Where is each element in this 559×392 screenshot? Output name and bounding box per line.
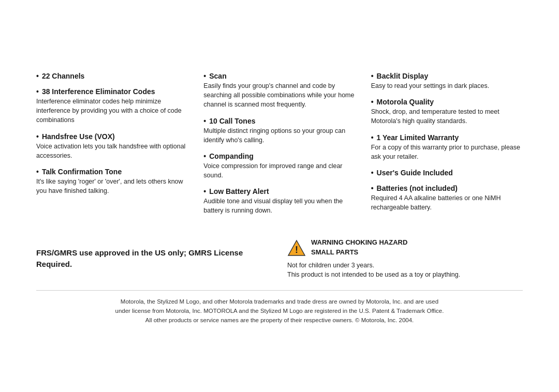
frs-notice-text: FRS/GMRS use approved in the US only; GM…: [36, 247, 272, 270]
bullet-icon: •: [371, 133, 374, 142]
feature-title-text: Low Battery Alert: [209, 187, 269, 195]
feature-interference: • 38 Interference Eliminator Codes Inter…: [36, 87, 188, 125]
feature-title-text: Companding: [209, 152, 254, 160]
feature-desc-text: Audible tone and visual display tell you…: [203, 197, 355, 215]
footer: Motorola, the Stylized M Logo, and other…: [36, 290, 523, 325]
warning-title-text: WARNING CHOKING HAZARD SMALL PARTS: [311, 238, 407, 257]
main-content: • 22 Channels • 38 Interference Eliminat…: [36, 72, 523, 222]
bullet-icon: •: [36, 132, 39, 141]
feature-title-text: 1 Year Limited Warranty: [377, 133, 459, 142]
feature-title-text: 10 Call Tones: [209, 117, 255, 125]
column-1: • 22 Channels • 38 Interference Eliminat…: [36, 72, 188, 222]
feature-vox: • Handsfree Use (VOX) Voice activation l…: [36, 132, 188, 160]
bullet-icon: •: [371, 98, 374, 106]
feature-title-text: Motorola Quality: [377, 98, 434, 106]
feature-motorola-quality: • Motorola Quality Shock, drop, and temp…: [371, 98, 523, 126]
feature-desc-text: Voice compression for improved range and…: [203, 161, 355, 180]
warning-desc-text: Not for children under 3 years. This pro…: [287, 261, 523, 279]
feature-title-text: Backlit Display: [377, 72, 429, 80]
warning-header: ! WARNING CHOKING HAZARD SMALL PARTS: [287, 238, 523, 258]
page-container: • 22 Channels • 38 Interference Eliminat…: [26, 56, 533, 336]
bullet-icon: •: [371, 169, 374, 177]
feature-users-guide: • User's Guide Included: [371, 169, 523, 177]
feature-22-channels: • 22 Channels: [36, 72, 188, 80]
feature-low-battery: • Low Battery Alert Audible tone and vis…: [203, 187, 355, 215]
bottom-section: FRS/GMRS use approved in the US only; GM…: [36, 238, 523, 279]
feature-desc-text: It's like saying 'roger' or 'over', and …: [36, 177, 188, 195]
bullet-icon: •: [371, 72, 374, 80]
feature-talk-tone: • Talk Confirmation Tone It's like sayin…: [36, 168, 188, 195]
feature-title-text: Batteries (not included): [377, 184, 458, 192]
feature-backlit: • Backlit Display Easy to read your sett…: [371, 72, 523, 91]
feature-desc-text: Easily finds your group's channel and co…: [203, 81, 355, 109]
footer-line-1: Motorola, the Stylized M Logo, and other…: [36, 297, 523, 306]
feature-desc-text: Shock, drop, and temperature tested to m…: [371, 107, 523, 126]
feature-title-text: Talk Confirmation Tone: [42, 168, 122, 176]
bullet-icon: •: [203, 117, 206, 125]
bullet-icon: •: [203, 187, 206, 195]
feature-title-text: 22 Channels: [42, 72, 84, 80]
svg-text:!: !: [295, 245, 298, 255]
footer-line-3: All other products or service names are …: [36, 315, 523, 325]
feature-call-tones: • 10 Call Tones Multiple distinct ringin…: [203, 117, 355, 145]
bullet-icon: •: [203, 152, 206, 160]
feature-desc-text: Easy to read your settings in dark place…: [371, 81, 523, 91]
feature-scan: • Scan Easily finds your group's channel…: [203, 72, 355, 109]
bullet-icon: •: [36, 87, 39, 96]
bullet-icon: •: [36, 168, 39, 176]
frs-notice: FRS/GMRS use approved in the US only; GM…: [36, 238, 272, 279]
warning-box: ! WARNING CHOKING HAZARD SMALL PARTS Not…: [287, 238, 523, 279]
bullet-icon: •: [203, 72, 206, 80]
bullet-icon: •: [36, 72, 39, 80]
column-2: • Scan Easily finds your group's channel…: [203, 72, 355, 222]
feature-desc-text: For a copy of this warranty prior to pur…: [371, 143, 523, 161]
column-3: • Backlit Display Easy to read your sett…: [371, 72, 523, 222]
feature-desc-text: Multiple distinct ringing options so you…: [203, 126, 355, 145]
feature-companding: • Companding Voice compression for impro…: [203, 152, 355, 180]
footer-line-2: under license from Motorola, Inc. MOTORO…: [36, 306, 523, 315]
feature-title-text: Handsfree Use (VOX): [42, 132, 115, 141]
feature-desc-text: Voice activation lets you talk handsfree…: [36, 142, 188, 160]
feature-title-text: Scan: [209, 72, 226, 80]
warning-triangle-icon: !: [287, 239, 306, 258]
feature-batteries: • Batteries (not included) Required 4 AA…: [371, 184, 523, 212]
bullet-icon: •: [371, 184, 374, 192]
feature-desc-text: Interference eliminator codes help minim…: [36, 97, 188, 125]
feature-desc-text: Required 4 AA alkaline batteries or one …: [371, 193, 523, 212]
feature-title-text: 38 Interference Eliminator Codes: [42, 87, 155, 96]
feature-warranty: • 1 Year Limited Warranty For a copy of …: [371, 133, 523, 161]
feature-title-text: User's Guide Included: [377, 169, 453, 177]
